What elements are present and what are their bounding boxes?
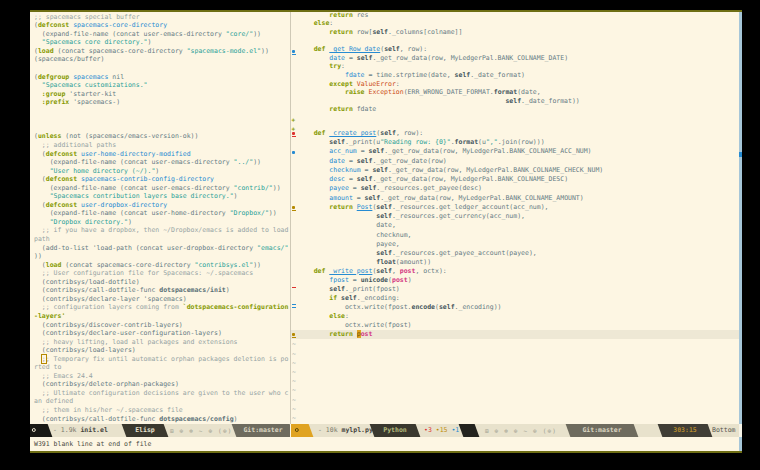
code-line[interactable]: payee = self._resources.get_payee(desc) — [298, 184, 482, 193]
code-line[interactable]: (expand-file-name (concat user-home-dire… — [34, 209, 277, 218]
code-line[interactable]: ;; heavy lifting, load all packages and … — [34, 338, 238, 347]
code-line[interactable]: (contribsys/call-dotfile-func dotspacema… — [34, 286, 230, 295]
code-line[interactable]: (add-to-list 'load-path (concat user-dro… — [34, 244, 288, 253]
code-line[interactable]: self._date_format)) — [298, 97, 580, 106]
right-window[interactable]: return res else: return row[self._column… — [291, 12, 739, 424]
code-line[interactable]: (contribsys/call-dotfile-func dotspacema… — [34, 415, 238, 424]
code-token: ._date_format)) — [521, 97, 580, 105]
scrollbar-marker[interactable] — [739, 152, 742, 157]
modeline-badge[interactable]: 303:15 — [658, 424, 713, 437]
code-line[interactable]: (contribsys/load-layers) — [34, 346, 136, 355]
code-line[interactable]: (expand-file-name (concat user-emacs-dir… — [34, 184, 281, 193]
code-token: "," — [486, 138, 498, 146]
code-line[interactable]: else: — [298, 312, 349, 321]
code-line[interactable]: self._print(u"Reading row: {0}".format(u… — [298, 138, 545, 147]
modeline-badge[interactable]: Elisp — [122, 424, 169, 437]
code-line[interactable]: (defconst user-home-directory-modified — [34, 150, 191, 159]
code-line[interactable]: "Spacemacs core directory.") — [34, 38, 151, 47]
code-line[interactable]: ;; if you have a dropbox, then ~/Dropbox… — [34, 226, 288, 235]
code-line[interactable]: ;; spacemacs special buffer — [34, 13, 140, 22]
code-line[interactable]: date = self._get_row_date(row) — [298, 157, 447, 166]
code-line[interactable]: (load (concat spacemacs-core-directory "… — [34, 261, 261, 270]
code-line[interactable]: ;; Temporary fix until automatic orphan … — [34, 355, 288, 364]
code-line[interactable]: (expand-file-name (concat user-emacs-dir… — [34, 158, 261, 167]
code-line[interactable]: (contribsys/delete-orphan-packages) — [34, 380, 179, 389]
code-line[interactable]: return row[self._columns[colname]] — [298, 28, 462, 37]
window-number-badge[interactable] — [30, 424, 52, 437]
code-line[interactable]: "Spacemacs contribution layers base dire… — [34, 192, 238, 201]
code-line[interactable]: an defined — [34, 397, 73, 406]
code-line[interactable]: self._print(fpost) — [298, 285, 400, 294]
code-line[interactable]: def _get_Row_date(self, row): — [298, 45, 427, 54]
code-line[interactable]: "Dropbox directory.") — [34, 218, 132, 227]
code-line[interactable]: :group 'starter-kit — [34, 90, 116, 99]
code-line[interactable]: checknum, — [298, 231, 412, 240]
code-line[interactable]: self._resources.get_currency(acc_num), — [298, 212, 525, 221]
code-line[interactable]: (contribsys/discover-contrib-layers) — [34, 321, 183, 330]
code-line[interactable]: ;; User configuration file for Spacemacs… — [34, 269, 253, 278]
code-line[interactable]: return fdate — [298, 105, 376, 114]
code-line[interactable]: return post — [298, 330, 372, 339]
code-line[interactable]: path — [34, 235, 50, 244]
code-line[interactable]: (defconst spacemacs-core-directory — [34, 21, 167, 30]
code-line[interactable]: ;; Emacs 24.4 — [34, 372, 93, 381]
code-line[interactable]: desc = self._get_row_data(row, MyLedgerP… — [298, 175, 568, 184]
code-line[interactable]: (expand-file-name (concat user-emacs-dir… — [34, 30, 261, 39]
code-line[interactable]: octx.write(fpost.encode(self._encoding)) — [298, 303, 502, 312]
code-line[interactable]: octx.write(fpost) — [298, 321, 412, 330]
code-line[interactable]: )) — [34, 252, 42, 261]
code-line[interactable]: ;; Ultimate configuration decisions are … — [34, 389, 288, 398]
code-line[interactable]: ;; them in his/her ~/.spacemacs file — [34, 406, 183, 415]
code-line[interactable]: def _create_post(self, row): — [298, 129, 423, 138]
code-line[interactable]: "Spacemacs customizations." — [34, 81, 148, 90]
code-line[interactable]: try: — [298, 62, 345, 71]
code-line[interactable]: checknum = self._get_row_data(row, MyLed… — [298, 166, 603, 175]
code-token: , row): — [400, 45, 427, 53]
code-line[interactable]: raise Exception(ERR_WRONG_DATE_FORMAT.fo… — [298, 88, 541, 97]
code-line[interactable]: (unless (not (spacemacs/emacs-version-ok… — [34, 132, 198, 141]
code-line[interactable]: date = self._get_row_data(row, MyLedgerP… — [298, 54, 568, 63]
code-line[interactable]: fpost = unicode(post) — [298, 276, 412, 285]
code-line[interactable]: self._resources.get_payee_account(payee)… — [298, 249, 537, 258]
code-line[interactable]: -layers' — [34, 312, 65, 321]
code-line[interactable]: "User home directory (~/).") — [34, 167, 159, 176]
code-line[interactable]: if self._encoding: — [298, 294, 400, 303]
code-line[interactable]: amount = self._get_row_data(row, MyLedge… — [298, 194, 584, 203]
modeline-badge[interactable]: Git:master — [232, 424, 290, 437]
code-token: payee — [329, 184, 349, 192]
code-line[interactable]: ;; configuration layers coming from `dot… — [34, 303, 288, 312]
code-line[interactable]: date, — [298, 221, 396, 230]
code-token: ) — [155, 167, 159, 175]
code-line[interactable]: (contribsys/declare-layer 'spacemacs) — [34, 295, 187, 304]
code-token: user-dropbox-directory — [81, 201, 167, 209]
code-line[interactable]: except ValueError: — [298, 80, 400, 89]
code-line[interactable]: def _write_post(self, post, octx): — [298, 267, 447, 276]
modeline-badge[interactable]: Git:master — [566, 424, 639, 437]
code-token: row[ — [353, 28, 373, 36]
code-line[interactable]: (defgroup spacemacs nil — [34, 73, 124, 82]
code-line[interactable]: return Post(self._resources.get_ledger_a… — [298, 203, 549, 212]
code-token: ) — [226, 286, 230, 294]
code-line[interactable]: ;; additional paths — [34, 141, 116, 150]
code-line[interactable]: (contribsys/declare-user-configuration-l… — [34, 329, 222, 338]
code-token: float — [376, 258, 396, 266]
code-line[interactable]: (defconst spacemacs-contrib-config-direc… — [34, 175, 214, 184]
window-number-badge[interactable] — [291, 424, 313, 437]
code-line[interactable]: (spacemacs/buffer) — [34, 55, 104, 64]
code-line[interactable]: (defconst user-dropbox-directory — [34, 201, 167, 210]
scrollbar-track[interactable] — [739, 12, 742, 451]
code-line[interactable]: fdate = time.strptime(date, self._date_f… — [298, 71, 525, 80]
code-line[interactable]: :prefix 'spacemacs-) — [34, 98, 120, 107]
modeline-badge[interactable]: Python — [370, 424, 421, 437]
code-token: post — [400, 267, 416, 275]
modeline-badge[interactable] — [459, 424, 480, 437]
code-line[interactable]: (load (concat spacemacs-core-directory "… — [34, 47, 269, 56]
code-line[interactable]: (contribsys/load-dotfile) — [34, 278, 140, 287]
code-token — [34, 355, 42, 363]
code-line[interactable]: return res — [298, 12, 368, 19]
left-window[interactable]: ;; spacemacs special buffer(defconst spa… — [30, 12, 290, 424]
code-line[interactable]: acc_num = self._get_row_data(row, MyLedg… — [298, 147, 592, 156]
code-line[interactable]: else: — [298, 19, 333, 28]
code-line[interactable]: payee, — [298, 240, 400, 249]
code-line[interactable]: rted to — [34, 363, 61, 372]
